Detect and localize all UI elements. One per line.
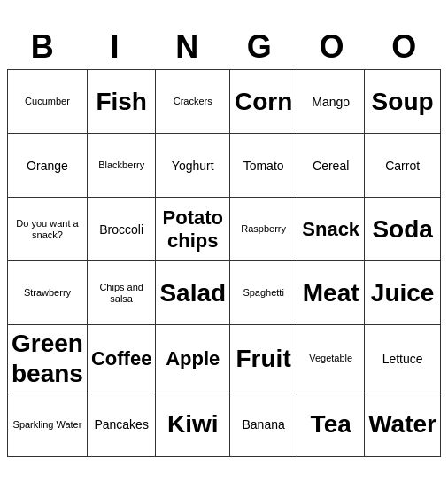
cell-text: Salad	[159, 278, 226, 308]
cell-text: Juice	[371, 278, 435, 308]
grid-cell-r2-c4: Snack	[297, 198, 365, 261]
grid-cell-r2-c1: Broccoli	[88, 198, 156, 261]
cell-text: Crackers	[174, 96, 212, 107]
cell-text: Soup	[372, 87, 434, 117]
grid-cell-r4-c5: Lettuce	[365, 325, 441, 393]
grid-cell-r3-c3: Spaghetti	[230, 261, 297, 325]
grid-cell-r2-c2: Potato chips	[156, 198, 230, 261]
cell-text: Tea	[311, 409, 351, 439]
grid-cell-r0-c5: Soup	[365, 70, 441, 134]
grid-cell-r1-c4: Cereal	[297, 134, 365, 198]
cell-text: Orange	[27, 159, 68, 174]
header-letter-g: G	[224, 25, 297, 69]
grid-cell-r4-c1: Coffee	[88, 325, 156, 393]
cell-text: Lettuce	[382, 352, 423, 367]
grid-cell-r3-c4: Meat	[297, 261, 365, 325]
cell-text: Fruit	[236, 344, 291, 374]
cell-text: Coffee	[91, 347, 151, 370]
bingo-card: BINGOO CucumberFishCrackersCornMangoSoup…	[7, 25, 441, 456]
cell-text: Carrot	[385, 159, 420, 174]
cell-text: Tomato	[243, 159, 284, 174]
cell-text: Kiwi	[167, 409, 219, 439]
grid-cell-r0-c4: Mango	[297, 70, 365, 134]
grid-cell-r1-c3: Tomato	[230, 134, 297, 198]
grid-cell-r1-c1: Blackberry	[88, 134, 156, 198]
grid-cell-r0-c0: Cucumber	[8, 70, 88, 134]
cell-text: Cucumber	[25, 96, 70, 107]
grid-cell-r4-c0: Green beans	[8, 325, 88, 393]
grid-cell-r2-c0: Do you want a snack?	[8, 198, 88, 261]
bingo-header: BINGOO	[7, 25, 441, 69]
cell-text: Water	[368, 409, 436, 439]
cell-text: Vegetable	[309, 353, 352, 364]
grid-cell-r4-c4: Vegetable	[297, 325, 365, 393]
grid-cell-r3-c5: Juice	[365, 261, 441, 325]
grid-cell-r3-c0: Strawberry	[8, 261, 88, 325]
cell-text: Soda	[372, 214, 432, 245]
cell-text: Corn	[235, 87, 292, 117]
grid-cell-r0-c3: Corn	[230, 70, 297, 134]
cell-text: Strawberry	[24, 287, 71, 299]
cell-text: Banana	[242, 417, 284, 432]
grid-cell-r1-c0: Orange	[8, 134, 88, 198]
grid-cell-r5-c2: Kiwi	[156, 393, 230, 457]
grid-cell-r5-c5: Water	[365, 393, 441, 457]
cell-text: Spaghetti	[243, 287, 283, 299]
cell-text: Blackberry	[98, 159, 144, 171]
grid-cell-r4-c2: Apple	[156, 325, 230, 393]
grid-cell-r1-c2: Yoghurt	[156, 134, 230, 198]
cell-text: Raspberry	[241, 223, 286, 235]
grid-cell-r5-c4: Tea	[297, 393, 365, 457]
cell-text: Cereal	[313, 159, 349, 174]
grid-cell-r3-c1: Chips and salsa	[88, 261, 156, 325]
header-letter-o: O	[368, 25, 441, 69]
grid-cell-r5-c1: Pancakes	[88, 393, 156, 457]
cell-text: Do you want a snack?	[12, 218, 83, 241]
cell-text: Snack	[302, 218, 359, 241]
grid-cell-r2-c5: Soda	[365, 198, 441, 261]
cell-text: Meat	[303, 278, 359, 308]
cell-text: Chips and salsa	[91, 282, 151, 305]
cell-text: Potato chips	[159, 206, 226, 253]
cell-text: Fish	[96, 87, 147, 117]
grid-cell-r4-c3: Fruit	[230, 325, 297, 393]
cell-text: Broccoli	[99, 222, 143, 237]
grid-cell-r5-c0: Sparkling Water	[8, 393, 88, 457]
cell-text: Apple	[166, 347, 220, 370]
cell-text: Yoghurt	[172, 159, 214, 174]
grid-cell-r0-c1: Fish	[88, 70, 156, 134]
cell-text: Sparkling Water	[13, 419, 82, 431]
grid-cell-r0-c2: Crackers	[156, 70, 230, 134]
header-letter-i: I	[80, 25, 152, 69]
header-letter-n: N	[151, 25, 224, 69]
grid-cell-r2-c3: Raspberry	[230, 198, 297, 261]
bingo-grid: CucumberFishCrackersCornMangoSoupOrangeB…	[7, 69, 441, 456]
grid-cell-r5-c3: Banana	[230, 393, 297, 457]
header-letter-b: B	[7, 25, 80, 69]
grid-cell-r1-c5: Carrot	[365, 134, 441, 198]
grid-cell-r3-c2: Salad	[156, 261, 230, 325]
cell-text: Green beans	[12, 329, 83, 388]
header-letter-o: O	[297, 25, 369, 69]
cell-text: Pancakes	[94, 417, 148, 432]
cell-text: Mango	[312, 95, 350, 110]
